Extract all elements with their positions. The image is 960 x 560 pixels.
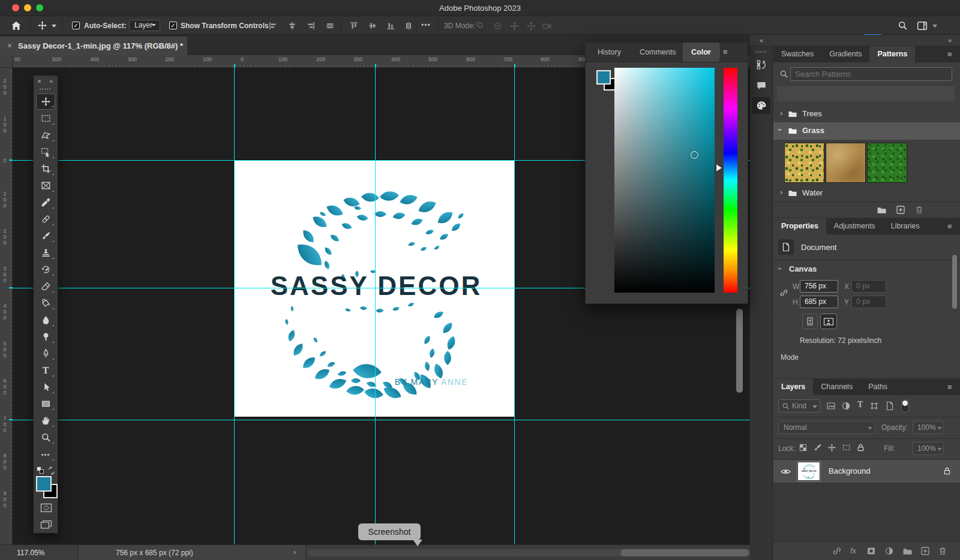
tool-blur[interactable]: [36, 312, 55, 328]
tool-paint-bucket[interactable]: [36, 295, 55, 311]
zoom-level[interactable]: 117.05%: [17, 549, 44, 557]
properties-scrollbar[interactable]: [952, 255, 957, 309]
filter-shape-layers-icon[interactable]: [869, 401, 879, 411]
delete-icon[interactable]: [914, 205, 924, 215]
new-group-icon[interactable]: [902, 546, 913, 556]
swap-colors-icon[interactable]: [47, 466, 56, 475]
collapse-panel-icon[interactable]: »: [707, 47, 711, 56]
workspace-caret-icon[interactable]: [932, 25, 937, 28]
tool-zoom[interactable]: [36, 429, 55, 445]
lock-position-icon[interactable]: [827, 443, 836, 452]
status-chevron-icon[interactable]: ›: [293, 548, 296, 556]
delete-layer-icon[interactable]: [938, 546, 947, 556]
layer-filter-dropdown[interactable]: Kind: [778, 399, 820, 413]
toolbar-grip[interactable]: [40, 88, 52, 90]
home-icon[interactable]: [11, 20, 22, 31]
align-bottom-icon[interactable]: [386, 21, 395, 31]
tab-layers[interactable]: Layers: [773, 379, 813, 395]
distribute-vertical-centers-icon[interactable]: [404, 21, 413, 31]
tool-move[interactable]: [36, 94, 55, 110]
width-field[interactable]: 756 px: [800, 280, 838, 293]
pattern-swatch-grass-yellow[interactable]: [784, 143, 824, 183]
vertical-scrollbar[interactable]: [736, 309, 743, 393]
guide-line-horizontal[interactable]: [13, 420, 750, 420]
expander-icon[interactable]: ›: [776, 267, 784, 270]
expander-icon[interactable]: ›: [776, 128, 785, 131]
more-options-icon[interactable]: •••: [421, 21, 431, 29]
height-field[interactable]: 685 px: [800, 296, 838, 308]
expand-dock-icon[interactable]: »: [948, 37, 952, 44]
tool-eraser[interactable]: [36, 278, 55, 294]
tool-rectangle[interactable]: [36, 396, 55, 412]
add-layer-mask-icon[interactable]: [866, 546, 876, 556]
align-top-icon[interactable]: [349, 21, 359, 31]
tab-comments[interactable]: Comments: [631, 43, 684, 62]
panel-menu-icon[interactable]: ≡: [947, 222, 952, 231]
horizontal-scrollbar-thumb[interactable]: [621, 549, 749, 556]
new-adjustment-layer-icon[interactable]: [884, 546, 894, 556]
lock-pixels-icon[interactable]: [813, 443, 822, 452]
tool-crop[interactable]: [36, 161, 55, 177]
panel-menu-icon[interactable]: ≡: [947, 50, 952, 59]
foreground-color-swatch[interactable]: [36, 476, 52, 492]
new-layer-icon[interactable]: [920, 546, 930, 556]
search-icon[interactable]: [898, 20, 908, 31]
tool-hand[interactable]: [36, 413, 55, 429]
default-colors-icon[interactable]: [37, 466, 45, 475]
screen-mode-icon[interactable]: [40, 519, 52, 530]
saturation-brightness-field[interactable]: [614, 68, 715, 293]
collapse-dock-icon[interactable]: «: [760, 37, 763, 44]
guide-line-vertical[interactable]: [514, 68, 515, 544]
tab-history[interactable]: History: [589, 43, 629, 62]
align-left-icon[interactable]: [268, 21, 278, 31]
filter-type-layers-icon[interactable]: T: [857, 400, 863, 410]
tab-color[interactable]: Color: [683, 43, 719, 62]
layer-lock-icon[interactable]: [943, 466, 952, 475]
guide-line-vertical[interactable]: [375, 68, 376, 544]
filter-pixel-layers-icon[interactable]: [826, 401, 836, 411]
tool-dodge[interactable]: [36, 329, 55, 345]
color-panel-strip-button[interactable]: [752, 97, 770, 114]
layer-thumbnail[interactable]: [797, 462, 820, 481]
new-group-icon[interactable]: [877, 205, 887, 215]
tool-object-selection[interactable]: [36, 144, 55, 160]
filter-adjustment-layers-icon[interactable]: [841, 401, 851, 411]
tab-channels[interactable]: Channels: [813, 379, 860, 395]
ruler-vertical[interactable]: 200 100 0 100 200 300 400 500 600 700 80…: [0, 68, 13, 544]
document-tab[interactable]: × Sassy Decor-1_1-min.jpg @ 117% (RGB/8#…: [0, 37, 187, 55]
workspace-icon[interactable]: [917, 20, 928, 31]
filter-toggle[interactable]: [901, 399, 909, 413]
guide-line-vertical[interactable]: [234, 68, 235, 544]
link-layers-icon[interactable]: [832, 546, 842, 556]
link-dimensions-icon[interactable]: [779, 288, 788, 297]
tool-lasso[interactable]: [36, 127, 55, 143]
strip-grip[interactable]: [755, 51, 767, 53]
color-picker-marker[interactable]: [691, 151, 698, 159]
expander-icon[interactable]: ›: [780, 188, 782, 197]
quick-mask-icon[interactable]: [40, 502, 52, 513]
pattern-swatch-grass-brown[interactable]: [826, 143, 866, 183]
document-canvas[interactable]: SASSY DECOR BY MARY ANNE: [234, 160, 514, 417]
tool-type[interactable]: T: [36, 362, 55, 378]
tool-frame[interactable]: [36, 177, 55, 194]
tab-adjustments[interactable]: Adjustments: [826, 218, 883, 234]
distribute-horizontal-centers-icon[interactable]: [325, 21, 335, 31]
tool-path-selection[interactable]: [36, 379, 55, 395]
tab-patterns[interactable]: Patterns: [869, 46, 915, 62]
new-pattern-icon[interactable]: [896, 205, 905, 215]
tab-properties[interactable]: Properties: [773, 218, 826, 234]
align-center-vertical-icon[interactable]: [368, 21, 377, 31]
panel-menu-icon[interactable]: ≡: [723, 47, 728, 56]
ruler-corner[interactable]: [0, 55, 13, 68]
tab-libraries[interactable]: Libraries: [883, 218, 928, 234]
tool-edit-toolbar[interactable]: •••: [36, 446, 55, 462]
tab-swatches[interactable]: Swatches: [773, 46, 821, 62]
tab-gradients[interactable]: Gradients: [821, 46, 869, 62]
layer-styles-icon[interactable]: fx: [850, 546, 856, 555]
lock-all-icon[interactable]: [856, 443, 865, 452]
align-center-horizontal-icon[interactable]: [287, 21, 297, 31]
tool-history-brush[interactable]: [36, 261, 55, 278]
layer-visibility-eye-icon[interactable]: [781, 466, 791, 477]
tool-clone-stamp[interactable]: [36, 245, 55, 261]
lock-transparency-icon[interactable]: [799, 443, 808, 452]
